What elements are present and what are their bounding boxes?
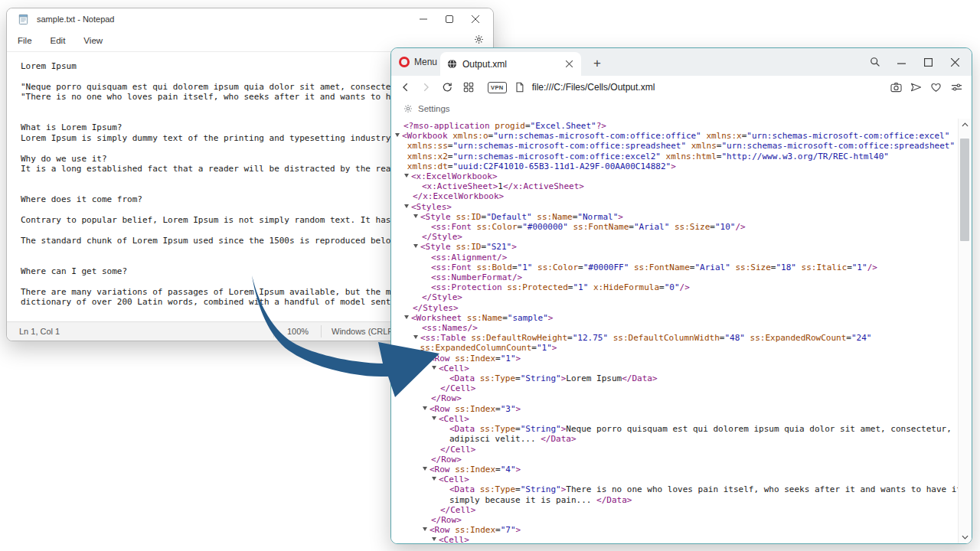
- xml-line: </Row>: [391, 455, 959, 465]
- menu-file[interactable]: File: [10, 36, 40, 45]
- xml-line: xmlns:dt="uuid:C2F41010-65B3-11d1-A29F-0…: [391, 161, 959, 171]
- collapse-toggle-icon[interactable]: [432, 477, 436, 483]
- opera-menu-label: Menu: [414, 57, 437, 67]
- notepad-settings-gear-icon[interactable]: [474, 34, 484, 44]
- xml-line: <Cell>: [391, 364, 959, 373]
- collapse-toggle-icon[interactable]: [423, 467, 427, 473]
- xml-line: </Row>: [391, 393, 959, 403]
- xml-line: </x:ExcelWorkbook>: [391, 191, 959, 201]
- xml-line: adipisci velit... </Data>: [391, 434, 959, 444]
- collapse-toggle-icon[interactable]: [432, 537, 436, 543]
- status-cursor-position: Ln 1, Col 1: [19, 322, 60, 341]
- xml-line: <ss:Table ss:DefaultRowHeight="12.75" ss…: [391, 333, 959, 343]
- xml-line: <ss:Font ss:Color="#000000" ss:FontName=…: [391, 222, 959, 232]
- status-zoom-level: 100%: [278, 322, 318, 341]
- scrollbar-thumb[interactable]: [960, 139, 969, 241]
- xml-line: <Cell>: [391, 414, 959, 424]
- xml-line: ss:ExpandedColumnCount="1">: [391, 343, 959, 353]
- xml-line: </Style>: [391, 292, 959, 302]
- xml-line: <ss:Alignment/>: [391, 253, 959, 262]
- tab-close-icon[interactable]: [561, 57, 577, 72]
- collapse-toggle-icon[interactable]: [395, 133, 400, 139]
- notepad-close-button[interactable]: [462, 8, 488, 30]
- speed-dial-grid-icon[interactable]: [463, 77, 474, 97]
- scroll-up-icon[interactable]: [959, 119, 972, 131]
- notepad-minimize-button[interactable]: [410, 8, 436, 30]
- send-to-device-icon[interactable]: [910, 77, 922, 97]
- opera-logo-icon: [399, 57, 410, 67]
- xml-line: <Data ss:Type="String">There is no one w…: [391, 484, 959, 494]
- collapse-toggle-icon[interactable]: [404, 315, 409, 321]
- bookmark-settings[interactable]: Settings: [418, 104, 450, 113]
- browser-minimize-button[interactable]: [888, 48, 915, 76]
- browser-maximize-button[interactable]: [915, 48, 942, 76]
- xml-line: <Row ss:Index="3">: [391, 404, 959, 414]
- scroll-down-icon[interactable]: [959, 531, 972, 543]
- new-tab-button[interactable]: +: [587, 54, 607, 73]
- xml-line: <Style ss:ID="S21">: [391, 242, 959, 252]
- xml-line: <Worksheet ss:Name="sample">: [391, 313, 959, 323]
- xml-line: </Row>: [391, 515, 959, 525]
- xml-line: <ss:Font ss:Bold="1" ss:Color="#0000FF" …: [391, 262, 959, 272]
- notepad-titlebar[interactable]: sample.txt - Notepad: [7, 8, 493, 30]
- vertical-scrollbar[interactable]: [958, 119, 972, 543]
- collapse-toggle-icon[interactable]: [404, 174, 409, 180]
- page-document-icon[interactable]: [514, 77, 524, 97]
- vpn-badge[interactable]: VPN: [488, 82, 507, 93]
- menu-edit[interactable]: Edit: [43, 36, 74, 45]
- reload-button-icon[interactable]: [442, 77, 452, 97]
- xml-line: <Data ss:Type="String">Lorem Ipsum</Data…: [391, 373, 959, 383]
- collapse-toggle-icon[interactable]: [413, 335, 418, 341]
- xml-line: </Cell>: [391, 383, 959, 393]
- collapse-toggle-icon[interactable]: [413, 244, 418, 250]
- sidebar-tune-icon[interactable]: [951, 77, 962, 97]
- collapse-toggle-icon[interactable]: [404, 204, 409, 210]
- xml-line: <Row ss:Index="1">: [391, 354, 959, 364]
- notepad-maximize-button[interactable]: [436, 8, 462, 30]
- desktop: sample.txt - Notepad File Edit View Lore…: [0, 0, 980, 551]
- xml-line: xmlns:ss="urn:schemas-microsoft-com:offi…: [391, 141, 959, 151]
- menu-view[interactable]: View: [76, 36, 110, 45]
- browser-close-button[interactable]: [942, 48, 969, 76]
- forward-button-icon[interactable]: [420, 77, 431, 97]
- xml-line: </Style>: [391, 232, 959, 242]
- back-button-icon[interactable]: [400, 77, 411, 97]
- xml-line: simply because it is pain... </Data>: [391, 495, 959, 505]
- xml-source-tree: <?mso-application progid="Excel.Sheet"?>…: [391, 121, 959, 543]
- collapse-toggle-icon[interactable]: [423, 527, 427, 533]
- xml-line: <Cell>: [391, 474, 959, 484]
- xml-line: <ss:Names/>: [391, 323, 959, 333]
- collapse-toggle-icon[interactable]: [432, 366, 436, 372]
- address-bar-url[interactable]: file:///C:/Files/Cells/Output.xml: [532, 82, 655, 93]
- browser-tabbar: Menu Output.xml +: [391, 48, 972, 76]
- bookmark-heart-icon[interactable]: [930, 77, 942, 97]
- collapse-toggle-icon[interactable]: [423, 356, 427, 362]
- opera-menu-button[interactable]: Menu: [399, 48, 437, 76]
- tab-favicon-globe-icon: [447, 59, 457, 69]
- xml-line: </Styles>: [391, 303, 959, 313]
- browser-search-icon[interactable]: [861, 48, 888, 76]
- xml-line: <Data ss:Type="String">Neque porro quisq…: [391, 424, 959, 434]
- snapshot-camera-icon[interactable]: [890, 77, 902, 97]
- status-line-ending: Windows (CRLF): [332, 322, 396, 341]
- browser-toolbar: VPN file:///C:/Files/Cells/Output.xml: [391, 76, 972, 99]
- collapse-toggle-icon[interactable]: [432, 416, 436, 422]
- xml-line: <x:ExcelWorkbook>: [391, 171, 959, 181]
- settings-gear-icon: [403, 104, 413, 113]
- xml-line: <ss:NumberFormat/>: [391, 272, 959, 282]
- xml-line: xmlns:x2="urn:schemas-microsoft-com:offi…: [391, 152, 959, 161]
- notepad-window-title: sample.txt - Notepad: [37, 15, 115, 24]
- collapse-toggle-icon[interactable]: [413, 214, 418, 220]
- tab-title: Output.xml: [462, 59, 561, 70]
- xml-line: <Row ss:Index="7">: [391, 525, 959, 535]
- tab-output-xml[interactable]: Output.xml: [440, 52, 581, 76]
- xml-line: </Cell>: [391, 505, 959, 515]
- xml-line: <Styles>: [391, 202, 959, 212]
- collapse-toggle-icon[interactable]: [423, 406, 427, 412]
- xml-line: <Workbook xmlns:o="urn:schemas-microsoft…: [391, 131, 959, 141]
- xml-line: <x:ActiveSheet>1</x:ActiveSheet>: [391, 181, 959, 191]
- browser-window: Menu Output.xml + VPN: [390, 47, 972, 544]
- xml-line: <Row ss:Index="4">: [391, 465, 959, 474]
- xml-line: </Cell>: [391, 445, 959, 455]
- xml-line: <Style ss:ID="Default" ss:Name="Normal">: [391, 212, 959, 222]
